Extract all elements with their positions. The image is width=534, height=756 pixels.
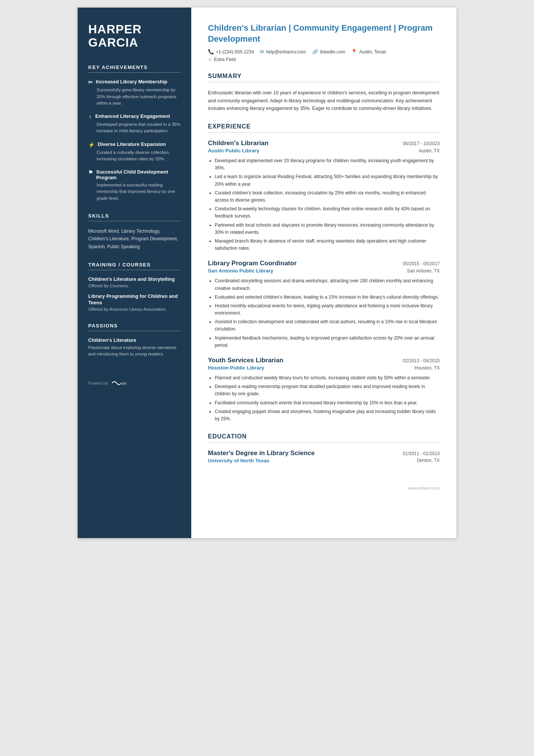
resume-container: HARPER GARCIA KEY ACHIEVEMENTS ✂ Increas…: [78, 8, 456, 538]
linkedin-icon: 🔗: [312, 49, 318, 55]
training-list: Children's Literature and Storytelling O…: [88, 276, 181, 311]
job-2-location: San Antonio, TX: [407, 268, 440, 274]
phone-text: +1-(234)-555-1234: [216, 49, 254, 55]
candidate-name: HARPER GARCIA: [88, 23, 181, 49]
achievement-item-1: ✂ Increased Library Membership Successfu…: [88, 79, 181, 106]
phone-icon: 📞: [208, 49, 214, 55]
job-3-bullet-3: Facilitated community outreach events th…: [215, 399, 440, 407]
passion-desc-1: Passionate about exploring diverse narra…: [88, 344, 181, 358]
job-3-dates: 02/2013 - 04/2015: [403, 358, 440, 363]
job-3-bullets: Planned and conducted weekly library tou…: [208, 374, 440, 423]
job-2: Library Program Coordinator 05/2015 - 05…: [208, 260, 440, 349]
job-3-bullet-2: Developed a reading mentorship program t…: [215, 383, 440, 398]
job-1-title: Children's Librarian: [208, 139, 269, 147]
job-3-org: Houston Public Library: [208, 365, 264, 371]
email-text: help@enhancv.com: [266, 49, 306, 55]
training-title-2: Library Programming for Children and Tee…: [88, 293, 181, 306]
job-2-bullets: Coordinated storytelling sessions and dr…: [208, 277, 440, 349]
job-1: Children's Librarian 06/2017 - 10/2023 A…: [208, 139, 440, 252]
achievement-item-3: ⚡ Diverse Literature Expansion Curated a…: [88, 141, 181, 163]
summary-text: Enthusiastic librarian with over 10 year…: [208, 89, 440, 113]
contact-phone: 📞 +1-(234)-555-1234: [208, 49, 254, 55]
summary-section-title: SUMMARY: [208, 73, 440, 82]
job-1-dates: 06/2017 - 10/2023: [403, 141, 440, 146]
job-2-bullet-3: Hosted monthly educational events for te…: [215, 302, 440, 317]
achievement-icon-1: ✂: [88, 79, 93, 85]
job-2-bullet-5: Implemented feedback mechanisms, leading…: [215, 335, 440, 349]
job-3-bullet-1: Planned and conducted weekly library tou…: [215, 374, 440, 382]
job-1-bullet-2: Led a team to organize annual Reading Fe…: [215, 173, 440, 188]
contact-bar: 📞 +1-(234)-555-1234 ✉ help@enhancv.com 🔗…: [208, 49, 440, 55]
achievements-list: ✂ Increased Library Membership Successfu…: [88, 79, 181, 202]
job-2-org: San Antonio Public Library: [208, 268, 273, 274]
achievement-title-4: Successful Child Development Program: [96, 169, 181, 180]
edu-1-org: University of North Texas: [208, 458, 270, 463]
last-name: GARCIA: [88, 36, 138, 49]
achievement-item-2: ♀ Enhanced Literacy Engagement Developed…: [88, 113, 181, 135]
svg-text:Enhancv: Enhancv: [122, 382, 126, 385]
education-section-title: EDUCATION: [208, 433, 440, 443]
linkedin-text: linkedin.com: [320, 49, 345, 55]
contact-linkedin: 🔗 linkedin.com: [312, 49, 345, 55]
training-title-1: Children's Literature and Storytelling: [88, 276, 181, 283]
extra-field-row: ☆ Extra Field: [208, 57, 440, 62]
skills-section-title: SKILLS: [88, 213, 181, 221]
job-3-bullet-4: Created engaging puppet shows and storyt…: [215, 408, 440, 423]
achievement-desc-4: Implemented a successful reading mentors…: [88, 182, 181, 202]
edu-1-header: Master's Degree in Library Science 01/20…: [208, 449, 440, 457]
star-icon: ☆: [208, 57, 212, 62]
job-1-location: Austin, TX: [419, 148, 440, 153]
job-1-header: Children's Librarian 06/2017 - 10/2023: [208, 139, 440, 147]
job-2-title: Library Program Coordinator: [208, 260, 297, 267]
achievement-item-4: ⚑ Successful Child Development Program I…: [88, 169, 181, 202]
contact-location: 📍 Austin, Texas: [351, 49, 386, 55]
first-name: HARPER: [88, 22, 142, 36]
job-3-location: Houston, TX: [415, 365, 440, 371]
achievement-icon-3: ⚡: [88, 142, 95, 148]
experience-section-title: EXPERIENCE: [208, 123, 440, 133]
job-2-bullet-4: Assisted in collection development and c…: [215, 318, 440, 333]
edu-1-dates: 01/2011 - 01/2013: [403, 451, 440, 456]
footer-website: www.enhancv.com: [408, 486, 440, 490]
job-2-org-row: San Antonio Public Library San Antonio, …: [208, 268, 440, 274]
achievement-title-1: Increased Library Membership: [96, 79, 167, 85]
achievement-title-3: Diverse Literature Expansion: [98, 141, 166, 147]
passion-title-1: Children's Literature: [88, 337, 181, 343]
job-1-bullets: Developed and implemented over 20 litera…: [208, 157, 440, 252]
training-item-2: Library Programming for Children and Tee…: [88, 293, 181, 311]
job-1-bullet-1: Developed and implemented over 20 litera…: [215, 157, 440, 172]
achievement-desc-3: Curated a culturally diverse collection,…: [88, 149, 181, 163]
job-1-org: Austin Public Library: [208, 148, 259, 153]
job-3-header: Youth Services Librarian 02/2013 - 04/20…: [208, 357, 440, 364]
training-org-2: Offered by American Library Association.: [88, 307, 181, 311]
job-1-bullet-5: Partnered with local schools and daycare…: [215, 222, 440, 236]
brand-logo-icon: Enhancv: [111, 380, 126, 386]
job-2-bullet-1: Coordinated storytelling sessions and dr…: [215, 277, 440, 292]
candidate-title: Children's Librarian | Community Engagem…: [208, 23, 440, 44]
contact-email: ✉ help@enhancv.com: [260, 49, 306, 55]
edu-1-org-row: University of North Texas Denton, TX: [208, 458, 440, 463]
achievements-section-title: KEY ACHIEVEMENTS: [88, 64, 181, 73]
sidebar: HARPER GARCIA KEY ACHIEVEMENTS ✂ Increas…: [78, 8, 191, 538]
achievement-title-2: Enhanced Literacy Engagement: [95, 113, 170, 119]
achievement-desc-1: Successfully grew library membership by …: [88, 87, 181, 106]
job-1-org-row: Austin Public Library Austin, TX: [208, 148, 440, 153]
passion-item-1: Children's Literature Passionate about e…: [88, 337, 181, 358]
job-1-bullet-3: Curated children's book collection, incr…: [215, 189, 440, 204]
job-3-org-row: Houston Public Library Houston, TX: [208, 365, 440, 371]
job-2-header: Library Program Coordinator 05/2015 - 05…: [208, 260, 440, 267]
sidebar-footer: Powered by Enhancv: [88, 380, 181, 386]
powered-by-label: Powered by: [88, 381, 108, 385]
email-icon: ✉: [260, 49, 264, 55]
extra-field-text: Extra Field: [214, 57, 236, 62]
passions-section-title: PASSIONS: [88, 323, 181, 331]
job-2-bullet-2: Evaluated and selected children's litera…: [215, 294, 440, 301]
job-2-dates: 05/2015 - 05/2017: [403, 261, 440, 266]
skills-text: Microsoft Word, Library Technology, Chil…: [88, 227, 181, 250]
main-footer: www.enhancv.com: [208, 486, 440, 490]
job-1-bullet-6: Managed branch library in absence of sen…: [215, 238, 440, 252]
passions-list: Children's Literature Passionate about e…: [88, 337, 181, 358]
edu-1-location: Denton, TX: [417, 458, 440, 463]
location-icon: 📍: [351, 49, 357, 55]
job-3: Youth Services Librarian 02/2013 - 04/20…: [208, 357, 440, 423]
